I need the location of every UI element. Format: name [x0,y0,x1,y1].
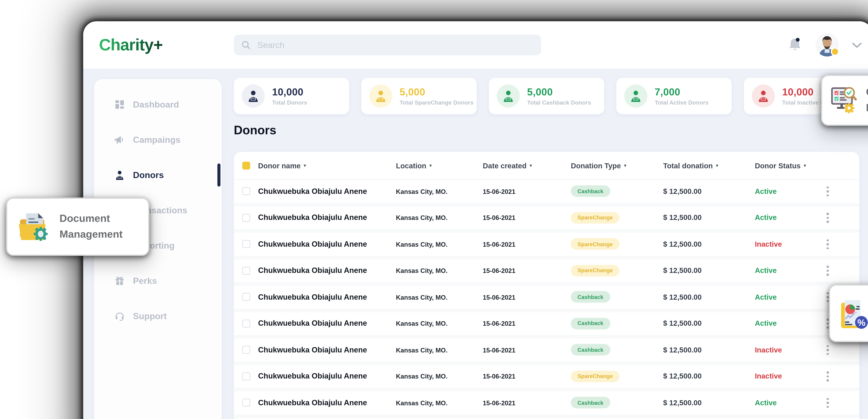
stat-value: 7,000 [655,86,709,97]
table-row: Chukwuebuka Obiajulu Anene Kansas City, … [234,391,859,418]
date-created-cell: 15-06-2021 [483,233,516,256]
donor-status-cell: Active [755,391,777,414]
total-donation-cell: $ 12,500.00 [663,233,702,256]
row-checkbox[interactable] [242,418,250,419]
row-kebab-menu-icon[interactable] [827,338,829,361]
row-checkbox[interactable] [242,233,250,256]
row-kebab-menu-icon[interactable] [827,286,829,308]
table-row: Chukwuebuka Obiajulu Anene Kansas City, … [234,259,859,286]
total-donation-cell: $ 12,500.00 [663,259,702,282]
table-row: Chukwuebuka Obiajulu Anene Kansas City, … [234,418,859,419]
donation-type-badge: Cashback [571,397,610,409]
date-created-cell: 15-06-2021 [483,180,516,203]
donation-type-badge: SpareChange [571,238,619,250]
donation-type-badge: SpareChange [571,265,619,276]
stat-value: 5,000 [400,86,473,97]
date-created-cell: 15-06-2021 [483,365,516,388]
location-cell: Kansas City, MO. [396,259,447,282]
row-checkbox[interactable] [242,206,250,229]
row-kebab-menu-icon[interactable] [827,259,829,282]
chevron-down-icon[interactable] [852,42,862,48]
column-header-date-created[interactable]: Date created▾ [483,152,532,179]
total-donation-cell: $ 12,500.00 [663,365,702,388]
donation-type-cell: Cashback [571,391,610,414]
location-cell: Kansas City, MO. [396,233,447,256]
sort-arrow-icon: ▾ [530,163,532,168]
total-donation-cell: $ 12,500.00 [663,418,702,419]
svg-text:%: % [858,317,866,327]
user-avatar[interactable] [815,33,839,56]
app-window: Charity+ [83,21,868,419]
table-row: Chukwuebuka Obiajulu Anene Kansas City, … [234,312,859,338]
donation-type-cell: Cashback [571,286,610,308]
sidebar-item-campaigns[interactable]: Campaings [94,128,222,152]
donor-name-cell: Chukwuebuka Obiajulu Anene [258,365,367,388]
table-row: Chukwuebuka Obiajulu Anene Kansas City, … [234,286,859,312]
sort-arrow-icon: ▾ [716,163,718,168]
stat-card-active-donors: 7,000 Total Active Donors [616,78,732,114]
column-header-donation-type[interactable]: Donation Type▾ [571,152,626,179]
row-kebab-menu-icon[interactable] [827,365,829,388]
donor-name-cell: Chukwuebuka Obiajulu Anene [258,233,367,256]
donor-status-cell: Active [755,418,777,419]
column-header-donor-status[interactable]: Donor Status▾ [755,152,806,179]
document-management-icon [18,211,52,242]
search-input[interactable] [256,39,534,50]
column-header-donor-name[interactable]: Donor name▾ [258,152,306,179]
row-kebab-menu-icon[interactable] [827,418,829,419]
sort-arrow-icon: ▾ [804,163,806,168]
column-header-total-donation[interactable]: Total donation▾ [663,152,718,179]
notification-bell-icon[interactable] [787,37,802,53]
donor-stat-icon [369,84,392,108]
stat-label: Total Cashback Donors [527,99,591,106]
brand-logo: Charity+ [99,36,163,55]
row-checkbox[interactable] [242,286,250,308]
donor-stat-icon [752,84,775,108]
row-checkbox[interactable] [242,338,250,361]
search-bar[interactable] [234,35,541,55]
row-kebab-menu-icon[interactable] [827,206,829,229]
row-checkbox[interactable] [242,312,250,335]
document-management-label: DocumentManagement [60,211,123,243]
row-checkbox[interactable] [242,391,250,414]
donor-stat-icon [624,84,647,108]
donation-type-cell: Cashback [571,312,610,335]
megaphone-icon [114,134,124,145]
topbar-actions [787,21,862,69]
stat-card-total-donors: 10,000 Total Donors [234,78,349,114]
table-row: Chukwuebuka Obiajulu Anene Kansas City, … [234,365,859,391]
sidebar-item-label: Donors [133,170,164,180]
row-kebab-menu-icon[interactable] [827,312,829,335]
row-checkbox[interactable] [242,180,250,203]
table-header: Donor name▾ Location▾ Date created▾ Dona… [234,152,859,180]
donor-name-cell: Chukwuebuka Obiajulu Anene [258,312,367,335]
donation-type-cell: Cashback [571,418,610,419]
row-kebab-menu-icon[interactable] [827,233,829,256]
donor-status-cell: Inactive [755,365,782,388]
sidebar-item-dashboard[interactable]: Dashboard [94,92,222,117]
sidebar-item-perks[interactable]: Perks [94,269,222,293]
column-header-location[interactable]: Location▾ [396,152,432,179]
row-checkbox[interactable] [242,259,250,282]
donor-name-cell: Chukwuebuka Obiajulu Anene [258,180,367,203]
sort-arrow-icon: ▾ [429,163,432,168]
donor-status-cell: Active [755,312,777,335]
total-donation-cell: $ 12,500.00 [663,312,702,335]
sidebar-item-support[interactable]: Support [94,304,222,328]
stat-label: Total SpareChange Donors [400,99,473,106]
topbar: Charity+ [83,21,868,69]
document-management-card: DocumentManagement [6,198,150,256]
sidebar-item-label: Campaings [133,135,180,145]
compliance-monitoring-card: ComplianceMonitoring [821,75,868,126]
select-all-checkbox[interactable] [242,161,250,169]
donor-person-icon [114,170,124,180]
row-checkbox[interactable] [242,365,250,388]
donor-status-cell: Active [755,206,777,229]
location-cell: Kansas City, MO. [396,206,447,229]
row-kebab-menu-icon[interactable] [827,180,829,203]
donation-type-cell: Cashback [571,180,610,203]
sidebar-item-donors[interactable]: Donors [94,163,222,187]
row-kebab-menu-icon[interactable] [827,391,829,414]
donor-stat-icon [497,84,520,108]
date-created-cell: 15-06-2021 [483,259,516,282]
